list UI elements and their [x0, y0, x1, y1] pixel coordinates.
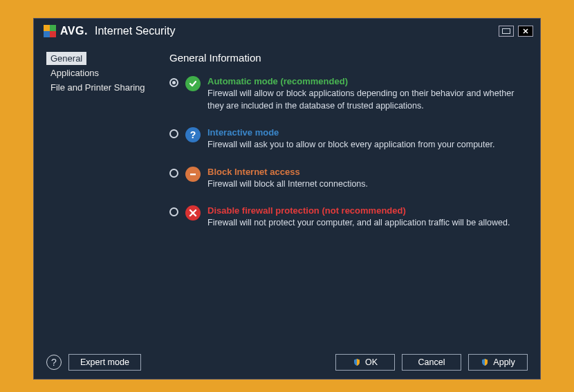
window-body: General Applications File and Printer Sh…: [34, 44, 540, 346]
titlebar: AVG. Internet Security: [34, 19, 540, 44]
option-block[interactable]: Block Internet access Firewall will bloc…: [169, 167, 528, 191]
option-desc: Firewall will allow or block application…: [207, 88, 528, 112]
sidebar-item-label: General: [50, 53, 82, 64]
help-icon[interactable]: ?: [46, 355, 62, 370]
radio-disable[interactable]: [169, 207, 178, 216]
svg-rect-5: [190, 174, 196, 175]
option-interactive[interactable]: ? Interactive mode Firewall will ask you…: [169, 127, 528, 151]
maximize-button[interactable]: [499, 26, 514, 37]
close-button[interactable]: [518, 26, 533, 37]
option-automatic[interactable]: Automatic mode (recommended) Firewall wi…: [169, 76, 528, 112]
footer: ? Expert mode OK Cancel Apply: [34, 346, 540, 379]
shield-icon: [481, 358, 489, 366]
option-text: Disable firewall protection (not recomme…: [207, 205, 528, 230]
sidebar-item-file-printer-sharing[interactable]: File and Printer Sharing: [46, 81, 164, 94]
option-desc: Firewall will not protect your computer,…: [207, 217, 528, 230]
main-panel: General Information Automatic mode (reco…: [164, 52, 528, 346]
option-title: Automatic mode (recommended): [207, 76, 528, 86]
radio-block[interactable]: [169, 169, 178, 178]
sidebar-item-label: Applications: [50, 68, 99, 78]
cross-icon: [185, 205, 201, 221]
avg-logo-icon: [44, 25, 56, 37]
option-title: Interactive mode: [207, 127, 528, 138]
option-text: Block Internet access Firewall will bloc…: [207, 167, 528, 191]
svg-rect-2: [44, 31, 50, 37]
option-text: Interactive mode Firewall will ask you t…: [207, 127, 528, 151]
question-icon: ?: [185, 127, 201, 142]
svg-rect-1: [50, 25, 56, 31]
radio-automatic[interactable]: [169, 78, 178, 87]
logo-text-bold: AVG.: [60, 25, 88, 37]
option-title: Block Internet access: [207, 167, 528, 177]
sidebar: General Applications File and Printer Sh…: [46, 52, 164, 346]
check-icon: [185, 76, 201, 91]
button-label: Cancel: [418, 357, 445, 367]
cancel-button[interactable]: Cancel: [402, 354, 461, 371]
option-desc: Firewall will block all Internet connect…: [207, 178, 528, 191]
apply-button[interactable]: Apply: [468, 354, 528, 371]
radio-interactive[interactable]: [169, 129, 178, 138]
minus-icon: [185, 167, 201, 182]
titlebar-controls: [499, 26, 533, 37]
sidebar-item-general[interactable]: General: [46, 52, 86, 65]
button-label: Expert mode: [80, 357, 129, 367]
svg-rect-4: [503, 29, 510, 34]
ok-button[interactable]: OK: [335, 354, 395, 371]
option-title: Disable firewall protection (not recomme…: [207, 205, 528, 216]
settings-window: AVG. Internet Security General Applicati…: [33, 18, 541, 380]
logo-text-thin: Internet Security: [95, 25, 176, 37]
button-label: Apply: [493, 357, 515, 367]
svg-rect-3: [50, 31, 56, 37]
svg-rect-0: [44, 25, 50, 31]
sidebar-item-label: File and Printer Sharing: [50, 82, 145, 93]
sidebar-item-applications[interactable]: Applications: [46, 66, 164, 80]
option-disable[interactable]: Disable firewall protection (not recomme…: [169, 205, 528, 230]
option-text: Automatic mode (recommended) Firewall wi…: [207, 76, 528, 112]
expert-mode-button[interactable]: Expert mode: [68, 354, 141, 371]
app-logo: AVG. Internet Security: [44, 25, 175, 37]
shield-icon: [353, 358, 361, 366]
option-desc: Firewall will ask you to allow or block …: [207, 139, 528, 151]
footer-right: OK Cancel Apply: [335, 354, 528, 371]
button-label: OK: [365, 357, 378, 367]
page-title: General Information: [169, 52, 528, 64]
